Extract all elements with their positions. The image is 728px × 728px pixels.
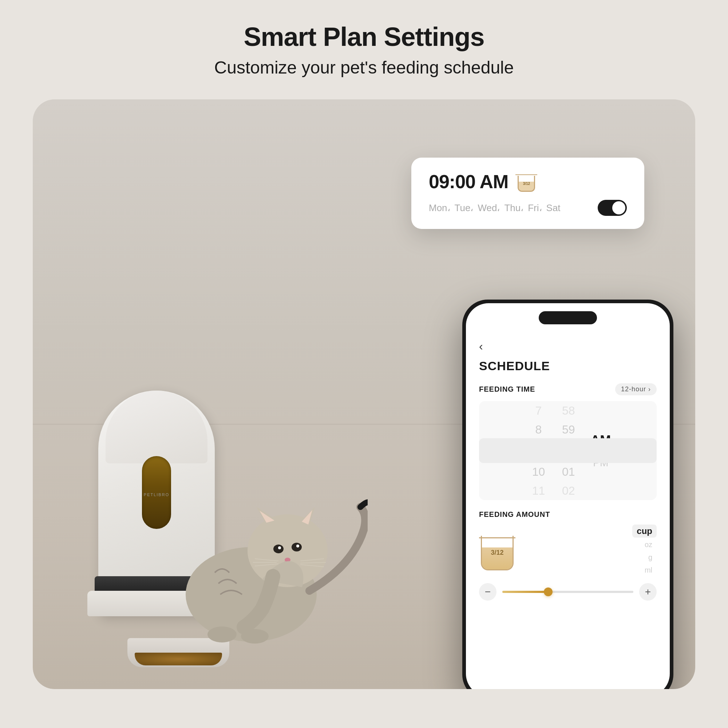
phone-mockup: ‹ SCHEDULE FEEDING TIME 12-hour › xyxy=(462,300,673,689)
slider-thumb[interactable] xyxy=(544,587,552,596)
day-mon: Mon، xyxy=(429,202,450,214)
cat-svg xyxy=(149,463,368,645)
page-title: Smart Plan Settings xyxy=(243,22,484,52)
amount-slider[interactable] xyxy=(502,591,633,593)
cup-icon-top xyxy=(515,171,537,175)
hour-7: 7 xyxy=(535,401,542,420)
phone-screen: ‹ SCHEDULE FEEDING TIME 12-hour › xyxy=(466,303,670,689)
page-subtitle: Customize your pet's feeding schedule xyxy=(214,58,514,78)
am-selected: AM xyxy=(590,429,611,452)
schedule-days: Mon، Tue، Wed، Thu، Fri، Sat xyxy=(429,202,598,214)
schedule-toggle[interactable] xyxy=(598,200,627,216)
feeding-amount-label: FEEDING AMOUNT xyxy=(479,510,550,519)
svg-point-17 xyxy=(208,626,237,642)
cup-visual-body: 3/12 xyxy=(481,536,514,570)
minus-button[interactable]: − xyxy=(479,583,497,601)
min-02: 02 xyxy=(562,481,575,500)
hour-9-selected: 9 xyxy=(534,439,543,462)
hour-8: 8 xyxy=(535,420,542,439)
min-58: 58 xyxy=(562,401,575,420)
unit-cup[interactable]: cup xyxy=(632,525,657,538)
pm-option: PM xyxy=(593,454,608,473)
cup-icon-body: 3/12 xyxy=(518,176,535,192)
toggle-knob xyxy=(612,201,626,214)
back-button[interactable]: ‹ xyxy=(479,340,657,353)
day-tue: Tue، xyxy=(455,202,474,214)
min-01: 01 xyxy=(562,462,575,481)
cup-visual-fraction: 3/12 xyxy=(491,549,503,556)
feeder-top xyxy=(106,391,208,463)
page-wrapper: Smart Plan Settings Customize your pet's… xyxy=(0,0,728,728)
svg-point-6 xyxy=(273,544,284,553)
plus-icon: + xyxy=(645,586,651,598)
hour-10: 10 xyxy=(532,462,545,481)
schedule-time-row: 09:00 AM 3/12 xyxy=(429,171,627,193)
day-sat: Sat xyxy=(546,202,561,214)
svg-point-7 xyxy=(292,543,302,551)
slider-fill xyxy=(502,591,548,593)
bowl-food xyxy=(135,653,222,665)
min-00-selected: 00 xyxy=(560,439,577,462)
schedule-time-display: 09:00 AM xyxy=(429,171,508,193)
cup-visual-top xyxy=(479,534,515,538)
time-picker[interactable]: 7 8 9 10 11 58 59 00 01 xyxy=(479,401,657,500)
svg-marker-4 xyxy=(260,511,274,523)
time-picker-row: 7 8 9 10 11 58 59 00 01 xyxy=(486,401,649,500)
unit-ml[interactable]: ml xyxy=(632,564,657,576)
day-fri: Fri، xyxy=(528,202,541,214)
cup-amount-icon: 3/12 xyxy=(515,171,537,192)
amount-content: 3/12 cup oz g ml xyxy=(479,525,657,576)
minutes-column[interactable]: 58 59 00 01 02 xyxy=(552,401,584,500)
min-59: 59 xyxy=(562,420,575,439)
cat-image xyxy=(149,463,368,645)
svg-point-9 xyxy=(296,544,299,548)
day-thu: Thu، xyxy=(504,202,523,214)
phone-notch xyxy=(539,311,597,324)
feeding-amount-label-row: FEEDING AMOUNT xyxy=(479,510,657,519)
schedule-card: 09:00 AM 3/12 Mon، Tue، Wed، Thu، Fri، xyxy=(411,158,644,229)
hours-column[interactable]: 7 8 9 10 11 xyxy=(525,401,552,500)
schedule-days-row: Mon، Tue، Wed، Thu، Fri، Sat xyxy=(429,200,627,216)
minus-icon: − xyxy=(485,586,491,598)
time-format-button[interactable]: 12-hour › xyxy=(615,383,657,395)
unit-g[interactable]: g xyxy=(632,552,657,563)
feeding-time-label: FEEDING TIME xyxy=(479,385,535,393)
hour-11: 11 xyxy=(532,481,545,500)
main-card: PETLIBRO xyxy=(33,99,695,689)
unit-oz[interactable]: oz xyxy=(632,539,657,551)
plus-button[interactable]: + xyxy=(639,583,657,601)
cup-icon-fraction: 3/12 xyxy=(523,181,530,185)
feeding-time-section: FEEDING TIME 12-hour › xyxy=(479,383,657,395)
cup-visual: 3/12 xyxy=(479,530,515,570)
amount-units: cup oz g ml xyxy=(632,525,657,576)
phone-content: ‹ SCHEDULE FEEDING TIME 12-hour › xyxy=(466,332,670,689)
svg-point-8 xyxy=(278,546,281,549)
screen-title: SCHEDULE xyxy=(479,359,657,373)
feeding-amount-section: FEEDING AMOUNT 3/12 xyxy=(479,510,657,601)
amount-slider-row: − + xyxy=(479,583,657,601)
ampm-column[interactable]: AM PM xyxy=(584,429,611,473)
day-wed: Wed، xyxy=(477,202,500,214)
